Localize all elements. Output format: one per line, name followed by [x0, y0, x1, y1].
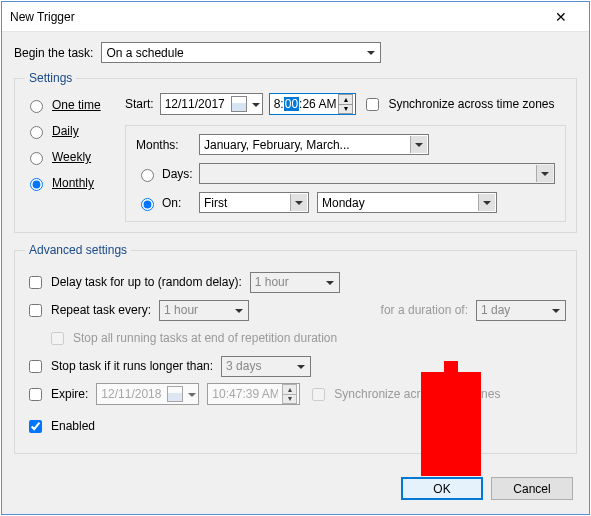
- expire-date-picker[interactable]: [96, 383, 199, 405]
- weekday-select[interactable]: Monday: [317, 192, 497, 213]
- titlebar: New Trigger ✕: [2, 2, 589, 32]
- repeat-interval-select[interactable]: 1 hour: [159, 300, 249, 321]
- settings-legend: Settings: [25, 71, 76, 85]
- expire-sync-tz-checkbox[interactable]: Synchronize across time zones: [308, 385, 500, 404]
- expire-time-input[interactable]: [210, 385, 280, 403]
- cancel-button[interactable]: Cancel: [491, 477, 573, 500]
- begin-task-label: Begin the task:: [14, 46, 93, 60]
- days-select[interactable]: [199, 163, 555, 184]
- enabled-checkbox[interactable]: Enabled: [25, 417, 95, 436]
- chevron-down-icon[interactable]: [249, 97, 260, 111]
- time-spinner[interactable]: ▲▼: [338, 94, 353, 114]
- radio-one-time[interactable]: One time: [25, 97, 115, 113]
- close-button[interactable]: ✕: [541, 3, 581, 31]
- chevron-down-icon[interactable]: [410, 136, 427, 153]
- chevron-down-icon[interactable]: [478, 194, 495, 211]
- ordinal-select[interactable]: First: [199, 192, 309, 213]
- advanced-legend: Advanced settings: [25, 243, 131, 257]
- radio-weekly[interactable]: Weekly: [25, 149, 115, 165]
- start-date-picker[interactable]: [160, 93, 263, 115]
- repeat-checkbox[interactable]: Repeat task every:: [25, 301, 151, 320]
- stop-repetition-checkbox[interactable]: Stop all running tasks at end of repetit…: [47, 329, 337, 348]
- start-time-picker[interactable]: 8:00:26 AM ▲▼: [269, 93, 357, 115]
- new-trigger-dialog: New Trigger ✕ Begin the task: On a sched…: [1, 1, 590, 515]
- radio-on[interactable]: On:: [136, 195, 191, 211]
- sync-tz-checkbox[interactable]: Synchronize across time zones: [362, 95, 554, 114]
- duration-label: for a duration of:: [257, 303, 468, 317]
- months-label: Months:: [136, 138, 191, 152]
- radio-daily[interactable]: Daily: [25, 123, 115, 139]
- stop-if-checkbox[interactable]: Stop task if it runs longer than:: [25, 357, 213, 376]
- expire-checkbox[interactable]: Expire:: [25, 385, 88, 404]
- start-date-input[interactable]: [163, 95, 231, 113]
- chevron-down-icon[interactable]: [536, 165, 553, 182]
- settings-group: Settings One time Daily Weekly Monthly: [14, 71, 577, 233]
- radio-monthly[interactable]: Monthly: [25, 175, 115, 191]
- chevron-down-icon[interactable]: [290, 194, 307, 211]
- stop-if-select[interactable]: 3 days: [221, 356, 311, 377]
- calendar-icon: [167, 386, 183, 402]
- ok-button[interactable]: OK: [401, 477, 483, 500]
- advanced-group: Advanced settings Delay task for up to (…: [14, 243, 577, 454]
- delay-checkbox[interactable]: Delay task for up to (random delay):: [25, 273, 242, 292]
- calendar-icon: [231, 96, 247, 112]
- delay-select[interactable]: 1 hour: [250, 272, 340, 293]
- radio-days[interactable]: Days:: [136, 166, 191, 182]
- window-title: New Trigger: [10, 10, 541, 24]
- months-select[interactable]: January, February, March...: [199, 134, 429, 155]
- begin-task-select[interactable]: On a schedule: [101, 42, 381, 63]
- time-spinner[interactable]: ▲▼: [282, 384, 297, 404]
- start-label: Start:: [125, 97, 154, 111]
- expire-time-picker[interactable]: ▲▼: [207, 383, 300, 405]
- repeat-duration-select[interactable]: 1 day: [476, 300, 566, 321]
- chevron-down-icon[interactable]: [185, 387, 196, 401]
- expire-date-input[interactable]: [99, 385, 167, 403]
